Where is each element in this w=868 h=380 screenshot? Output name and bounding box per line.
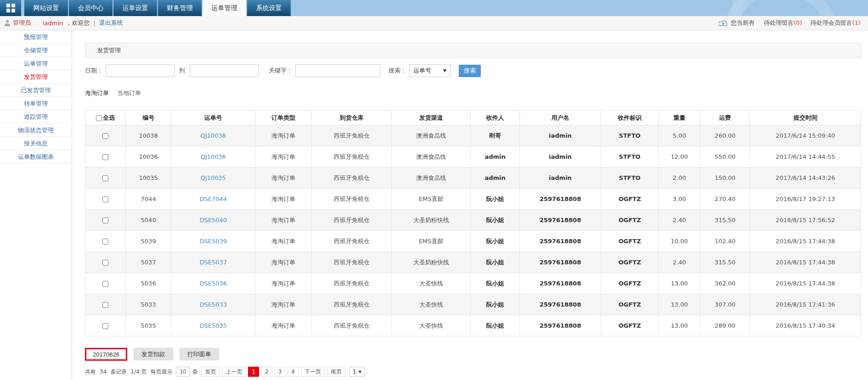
waybill-link[interactable]: DSE5037 (199, 259, 227, 266)
cell-recipient: 阮小姐 (471, 252, 519, 273)
waybill-link[interactable]: DSE5039 (199, 238, 227, 245)
nav-tabs: 网站设置 会员中心 运单设置 财务管理 运单管理 系统设置 (24, 0, 292, 16)
sidebar-item[interactable]: 预报管理 (0, 30, 72, 44)
nav-tab[interactable]: 财务管理 (158, 0, 202, 16)
waybill-link[interactable]: DSE5035 (199, 322, 227, 329)
page-number-button[interactable]: 1 (248, 367, 259, 377)
select-all-header: 全选 (85, 111, 126, 125)
waybill-link[interactable]: DSE5040 (199, 217, 227, 224)
row-select-cell (85, 273, 126, 294)
search-type-value: 运单号 (413, 67, 431, 75)
print-label-button[interactable]: 打印面单 (180, 348, 219, 360)
sidebar-item[interactable]: 追踪管理 (0, 110, 72, 123)
cell-username: 2597618808 (519, 273, 601, 294)
cell-fee: 315.50 (700, 252, 750, 273)
row-checkbox[interactable] (102, 196, 108, 202)
cell-waybill: QJ10036 (171, 146, 255, 168)
row-checkbox[interactable] (102, 133, 108, 139)
cell-waybill: DSE5040 (171, 210, 255, 231)
table-row: 5033 DSE5033 海淘订单 西班牙免税仓 大圣快线 阮小姐 259761… (85, 294, 861, 315)
order-type-tab[interactable]: 海淘订单 (85, 89, 109, 97)
page-number-button[interactable]: 3 (275, 367, 286, 377)
table-row: 10035 QJ10035 海淘订单 西班牙免税仓 澳洲食品线 admin ia… (85, 168, 861, 189)
waybill-link[interactable]: QJ10036 (200, 153, 225, 160)
order-type-tab[interactable]: 当地订单 (117, 89, 141, 97)
cell-tag: STFTO (601, 125, 659, 146)
keyword-input[interactable] (295, 64, 380, 77)
row-checkbox[interactable] (102, 260, 108, 266)
search-toolbar: 日期： 到 关键字： 搜索： 运单号 ▼ 搜索 (85, 64, 861, 77)
nav-tab[interactable]: 运单管理 (203, 0, 246, 16)
nav-tab[interactable]: 运单设置 (113, 0, 157, 16)
sidebar-item[interactable]: 报关信息 (0, 137, 72, 150)
row-select-cell (85, 210, 126, 231)
page-number-button[interactable]: 2 (261, 367, 272, 377)
cell-id: 10038 (125, 125, 171, 146)
per-page-input[interactable] (176, 367, 190, 377)
page-jump-select[interactable]: 1 ▼ (349, 367, 365, 377)
cell-recipient: 阮小姐 (471, 210, 519, 231)
sidebar-item[interactable]: 运单管理 (0, 57, 72, 70)
first-page-button[interactable]: 首页 (201, 367, 220, 377)
cell-waybill: DSE5037 (171, 252, 255, 273)
search-button[interactable]: 搜索 (459, 65, 481, 77)
sidebar-item[interactable]: 运单数据图表 (0, 150, 72, 163)
deduct-shipping-button[interactable]: 发货扣款 (134, 348, 173, 360)
row-select-cell (85, 189, 126, 210)
row-checkbox[interactable] (102, 239, 108, 245)
cell-fee: 315.50 (700, 210, 750, 231)
cell-tag: STFTO (601, 168, 659, 189)
sidebar-item[interactable]: 发货管理 (0, 70, 72, 84)
per-page-prefix: 每页展示 (150, 368, 172, 376)
waybill-link[interactable]: QJ10038 (200, 132, 225, 139)
cell-fee: 270.40 (700, 189, 750, 210)
nav-tab[interactable]: 网站设置 (24, 0, 68, 16)
waybill-link[interactable]: DSE7044 (199, 196, 227, 202)
date-to-input[interactable] (190, 64, 259, 77)
nav-tab[interactable]: 会员中心 (69, 0, 113, 16)
select-all-checkbox[interactable] (96, 115, 102, 121)
cloud-upload-icon (719, 20, 728, 27)
chevron-down-icon: ▼ (359, 370, 361, 374)
page-number-button[interactable]: 4 (287, 367, 299, 377)
row-checkbox[interactable] (102, 281, 108, 287)
pending-message-link[interactable]: 待处理会员留言(1) (811, 19, 861, 26)
sidebar-item[interactable]: 转单管理 (0, 97, 72, 110)
search-type-select[interactable]: 运单号 ▼ (409, 64, 451, 77)
cell-username: iadmin (519, 146, 601, 168)
prev-page-button[interactable]: 上一页 (222, 367, 246, 377)
cell-fee: 550.00 (700, 146, 750, 168)
waybill-link[interactable]: DSE5036 (199, 280, 227, 287)
cell-fee: 260.00 (700, 125, 750, 146)
row-checkbox[interactable] (102, 154, 108, 160)
pending-message-link[interactable]: 待处理留言(0) (764, 19, 802, 26)
cell-order-type: 海淘订单 (255, 273, 311, 294)
waybill-link[interactable]: QJ10035 (200, 174, 225, 181)
cell-waybill: DSE5033 (171, 294, 255, 315)
cell-weight: 13.00 (659, 315, 700, 336)
cell-channel: EMS直邮 (392, 189, 471, 210)
table-row: 7044 DSE7044 海淘订单 西班牙免税仓 EMS直邮 阮小姐 25976… (85, 189, 861, 210)
date-from-input[interactable] (106, 64, 175, 77)
last-page-button[interactable]: 尾页 (327, 367, 345, 377)
row-checkbox[interactable] (102, 175, 108, 181)
row-select-cell (85, 294, 126, 315)
logout-link[interactable]: 退出系统 (99, 19, 123, 27)
cell-channel: 澳洲食品线 (392, 168, 471, 189)
cell-warehouse: 西班牙免税仓 (312, 231, 392, 252)
sidebar-item[interactable]: 已发货管理 (0, 84, 72, 97)
batch-actions: 20170626 发货扣款 打印面单 (85, 348, 861, 361)
shipments-table: 全选 编号 运单号 订单类型 到货仓库 发货渠道 收件人 用户名 (85, 110, 861, 336)
sidebar-item[interactable]: 仓储管理 (0, 44, 72, 57)
waybill-link[interactable]: DSE5033 (199, 301, 227, 308)
next-page-button[interactable]: 下一页 (301, 367, 325, 377)
nav-tab[interactable]: 系统设置 (247, 0, 291, 16)
cell-time: 2017/6/14 14:44:55 (750, 146, 861, 168)
row-checkbox[interactable] (102, 323, 108, 329)
batch-number-button[interactable]: 20170626 (85, 348, 127, 361)
apps-grid-button[interactable] (0, 0, 21, 16)
row-checkbox[interactable] (102, 302, 108, 308)
row-checkbox[interactable] (102, 218, 108, 224)
row-select-cell (85, 146, 126, 168)
sidebar-item[interactable]: 物流状态管理 (0, 123, 72, 137)
